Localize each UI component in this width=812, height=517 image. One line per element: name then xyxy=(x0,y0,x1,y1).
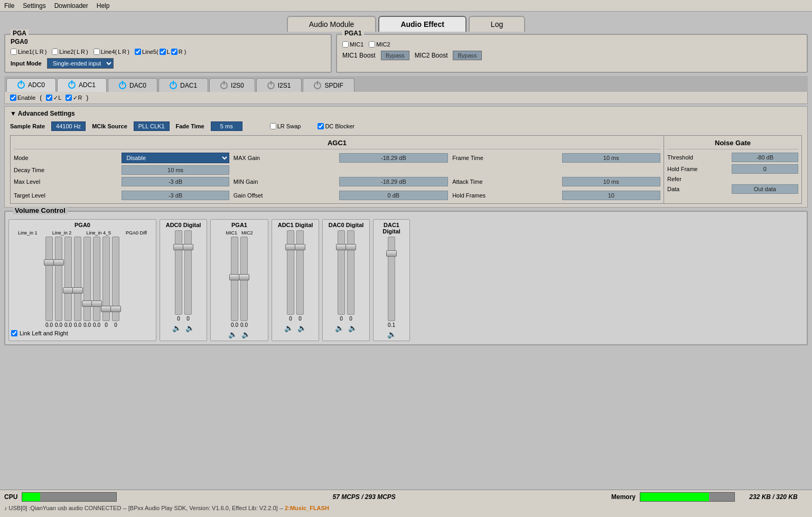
adc1-mute-icon-1[interactable]: 🔈 xyxy=(284,324,293,332)
slider-track-4[interactable] xyxy=(74,237,81,321)
slider-track-5[interactable] xyxy=(83,237,91,321)
agc-min-gain-value[interactable]: -18.29 dB xyxy=(339,177,448,186)
adc0-thumb-2[interactable] xyxy=(183,244,193,250)
dac1-mute-icon-1[interactable]: 🔈 xyxy=(387,330,396,339)
fade-time-value[interactable]: 5 ms xyxy=(211,121,242,131)
menu-file[interactable]: File xyxy=(4,2,14,10)
line1-checkbox-label[interactable]: Line1( L R ) xyxy=(11,49,46,55)
slider-thumb-4[interactable] xyxy=(72,287,83,294)
dac1-thumb-1[interactable] xyxy=(386,250,397,257)
dac0-track-1[interactable] xyxy=(338,230,345,315)
agc-frame-time-value[interactable]: 10 ms xyxy=(562,153,660,163)
dac0-mute-icon-2[interactable]: 🔈 xyxy=(348,324,357,332)
slider-thumb-5[interactable] xyxy=(82,300,92,307)
adc0-mute-icon-2[interactable]: 🔈 xyxy=(185,324,194,332)
tab-audio-effect[interactable]: Audio Effect xyxy=(378,16,466,32)
slider-thumb-7[interactable] xyxy=(101,306,111,312)
mic1-bypass-btn[interactable]: Bypass xyxy=(381,51,409,60)
dac0-thumb-2[interactable] xyxy=(346,244,356,250)
r-checkbox-label[interactable]: ✓R xyxy=(66,95,82,101)
line5-checkbox-label[interactable]: Line5( L R ) xyxy=(135,49,186,55)
slider-track-3[interactable] xyxy=(64,237,72,321)
slider-thumb-3[interactable] xyxy=(63,287,73,294)
pga1-mute-icon-1[interactable]: 🔈 xyxy=(228,330,237,339)
mod-tab-adc1[interactable]: ADC1 xyxy=(57,78,107,92)
mod-tab-adc0[interactable]: ADC0 xyxy=(6,78,56,92)
adc0-track-1[interactable] xyxy=(175,230,182,315)
slider-track-8[interactable] xyxy=(112,237,119,321)
mod-tab-dac0[interactable]: DAC0 xyxy=(108,78,157,92)
line2-checkbox-label[interactable]: Line2( L R ) xyxy=(52,49,88,55)
dac0-thumb-1[interactable] xyxy=(336,244,347,250)
agc-max-level-value[interactable]: -3 dB xyxy=(122,177,229,186)
slider-thumb-8[interactable] xyxy=(110,306,121,312)
ng-threshold-value[interactable]: -80 dB xyxy=(732,153,798,162)
line4-checkbox-label[interactable]: Line4( L R ) xyxy=(94,49,129,55)
adc1-thumb-1[interactable] xyxy=(285,244,296,250)
mod-tab-dac1[interactable]: DAC1 xyxy=(158,78,208,92)
pga1-track-1[interactable] xyxy=(231,237,238,321)
menu-downloader[interactable]: Downloader xyxy=(54,2,88,10)
agc-decay-time-value[interactable]: 10 ms xyxy=(122,165,229,175)
adc1-mute-icon-2[interactable]: 🔈 xyxy=(297,324,306,332)
lr-swap-label[interactable]: LR Swap xyxy=(270,123,301,129)
dc-blocker-label[interactable]: DC Blocker xyxy=(318,123,354,129)
adc1-track-1[interactable] xyxy=(287,230,294,315)
agc-max-gain-value[interactable]: -18.29 dB xyxy=(339,153,448,163)
slider-thumb-1[interactable] xyxy=(44,259,54,266)
link-lr-checkbox[interactable] xyxy=(11,330,17,336)
mic1-checkbox[interactable] xyxy=(342,41,349,48)
menu-settings[interactable]: Settings xyxy=(23,2,45,10)
slider-thumb-2[interactable] xyxy=(53,259,64,266)
dc-blocker-checkbox[interactable] xyxy=(318,123,324,129)
sample-rate-value[interactable]: 44100 Hz xyxy=(51,121,86,131)
pga1-thumb-1[interactable] xyxy=(229,274,240,280)
mic2-bypass-btn[interactable]: Bypass xyxy=(453,51,481,60)
adc0-track-2[interactable] xyxy=(184,230,192,315)
slider-track-6[interactable] xyxy=(93,237,100,321)
lr-swap-checkbox[interactable] xyxy=(270,123,276,129)
l-checkbox-label[interactable]: ✓L xyxy=(46,95,61,101)
adc1-thumb-2[interactable] xyxy=(295,244,305,250)
line2-checkbox[interactable] xyxy=(52,49,58,55)
line5-checkbox[interactable] xyxy=(135,49,141,55)
line5-l-checkbox[interactable] xyxy=(160,49,166,55)
dac1-track-1[interactable] xyxy=(388,237,395,321)
tab-log[interactable]: Log xyxy=(469,16,525,32)
dac0-mute-icon-1[interactable]: 🔈 xyxy=(335,324,344,332)
slider-track-1[interactable] xyxy=(45,237,53,321)
enable-checkbox-label[interactable]: Enable xyxy=(10,95,35,101)
agc-mode-select[interactable]: Disable Enable xyxy=(122,153,229,163)
adc1-track-2[interactable] xyxy=(296,230,304,315)
agc-hold-frames-value[interactable]: 10 xyxy=(562,191,660,200)
slider-track-2[interactable] xyxy=(55,237,62,321)
r-checkbox[interactable] xyxy=(66,95,72,101)
adc0-thumb-1[interactable] xyxy=(173,244,184,250)
line4-checkbox[interactable] xyxy=(94,49,100,55)
menu-help[interactable]: Help xyxy=(97,2,110,10)
slider-track-7[interactable] xyxy=(102,237,110,321)
agc-attack-time-value[interactable]: 10 ms xyxy=(562,177,660,186)
mic2-checkbox[interactable] xyxy=(369,41,375,48)
advanced-title[interactable]: ▼ Advanced Settings xyxy=(10,110,802,117)
ng-data-value[interactable]: Out data xyxy=(732,184,798,194)
l-checkbox[interactable] xyxy=(46,95,52,101)
mod-tab-spdif[interactable]: SPDIF xyxy=(303,78,354,92)
ng-hold-frame-value[interactable]: 0 xyxy=(732,164,798,174)
line1-checkbox[interactable] xyxy=(11,49,17,55)
pga1-track-2[interactable] xyxy=(240,237,248,321)
dac0-track-2[interactable] xyxy=(347,230,354,315)
agc-target-level-value[interactable]: -3 dB xyxy=(122,191,229,200)
mod-tab-i2s0[interactable]: I2S0 xyxy=(209,78,255,92)
slider-thumb-6[interactable] xyxy=(91,300,102,307)
mod-tab-i2s1[interactable]: I2S1 xyxy=(256,78,302,92)
input-mode-select[interactable]: Single-ended input Differential input xyxy=(47,58,114,69)
mic1-label[interactable]: MIC1 xyxy=(342,41,363,48)
line5-r-checkbox[interactable] xyxy=(171,49,178,55)
enable-checkbox[interactable] xyxy=(10,95,16,101)
mic2-label[interactable]: MIC2 xyxy=(369,41,390,48)
mclk-value[interactable]: PLL CLK1 xyxy=(134,121,170,131)
agc-gain-offset-value[interactable]: 0 dB xyxy=(339,191,448,200)
adc0-mute-icon-1[interactable]: 🔈 xyxy=(172,324,181,332)
pga1-mute-icon-2[interactable]: 🔈 xyxy=(241,330,250,339)
